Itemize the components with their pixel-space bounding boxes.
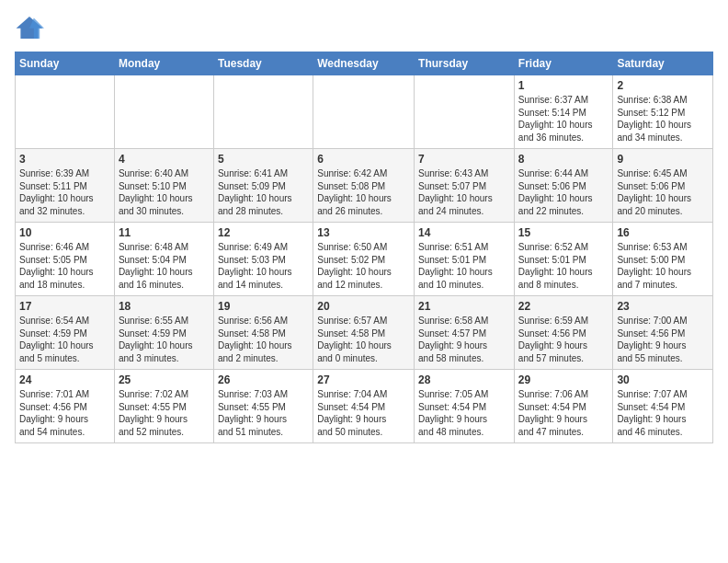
day-info: Sunrise: 6:56 AM Sunset: 4:58 PM Dayligh… bbox=[218, 315, 309, 364]
calendar-cell: 15Sunrise: 6:52 AM Sunset: 5:01 PM Dayli… bbox=[514, 223, 613, 296]
day-number: 6 bbox=[317, 153, 410, 166]
calendar-cell bbox=[16, 75, 115, 149]
day-info: Sunrise: 6:40 AM Sunset: 5:10 PM Dayligh… bbox=[119, 167, 210, 217]
day-number: 17 bbox=[19, 300, 110, 313]
day-info: Sunrise: 6:51 AM Sunset: 5:01 PM Dayligh… bbox=[418, 241, 510, 291]
day-info: Sunrise: 6:38 AM Sunset: 5:12 PM Dayligh… bbox=[617, 94, 709, 144]
day-info: Sunrise: 7:00 AM Sunset: 4:56 PM Dayligh… bbox=[617, 315, 709, 364]
week-row-4: 24Sunrise: 7:01 AM Sunset: 4:56 PM Dayli… bbox=[16, 370, 713, 443]
header-sunday: Sunday bbox=[16, 52, 115, 75]
calendar-body: 1Sunrise: 6:37 AM Sunset: 5:14 PM Daylig… bbox=[16, 75, 713, 443]
day-number: 28 bbox=[418, 373, 510, 386]
calendar-cell: 5Sunrise: 6:41 AM Sunset: 5:09 PM Daylig… bbox=[213, 149, 313, 223]
day-info: Sunrise: 6:42 AM Sunset: 5:08 PM Dayligh… bbox=[317, 167, 410, 217]
header-thursday: Thursday bbox=[415, 52, 515, 75]
calendar-cell: 4Sunrise: 6:40 AM Sunset: 5:10 PM Daylig… bbox=[114, 149, 213, 223]
day-number: 19 bbox=[218, 300, 309, 313]
header-monday: Monday bbox=[114, 52, 213, 75]
day-info: Sunrise: 6:53 AM Sunset: 5:00 PM Dayligh… bbox=[617, 241, 709, 291]
day-number: 18 bbox=[119, 300, 210, 313]
header-wednesday: Wednesday bbox=[313, 52, 415, 75]
day-number: 5 bbox=[218, 153, 309, 166]
header-saturday: Saturday bbox=[613, 52, 713, 75]
calendar-cell bbox=[213, 75, 313, 149]
calendar-cell: 7Sunrise: 6:43 AM Sunset: 5:07 PM Daylig… bbox=[415, 149, 515, 223]
page-header bbox=[15, 15, 713, 40]
day-info: Sunrise: 7:05 AM Sunset: 4:54 PM Dayligh… bbox=[418, 388, 510, 438]
day-info: Sunrise: 6:49 AM Sunset: 5:03 PM Dayligh… bbox=[218, 241, 309, 291]
day-number: 20 bbox=[317, 300, 410, 313]
day-number: 12 bbox=[218, 226, 309, 239]
day-info: Sunrise: 6:37 AM Sunset: 5:14 PM Dayligh… bbox=[518, 94, 609, 144]
day-info: Sunrise: 6:39 AM Sunset: 5:11 PM Dayligh… bbox=[19, 167, 110, 217]
day-number: 27 bbox=[317, 373, 410, 386]
day-info: Sunrise: 6:44 AM Sunset: 5:06 PM Dayligh… bbox=[518, 167, 609, 217]
day-info: Sunrise: 6:52 AM Sunset: 5:01 PM Dayligh… bbox=[518, 241, 609, 291]
day-number: 8 bbox=[518, 153, 609, 166]
header-tuesday: Tuesday bbox=[213, 52, 313, 75]
day-number: 2 bbox=[617, 79, 709, 92]
day-number: 23 bbox=[617, 300, 709, 313]
calendar-cell: 3Sunrise: 6:39 AM Sunset: 5:11 PM Daylig… bbox=[16, 149, 115, 223]
day-info: Sunrise: 7:04 AM Sunset: 4:54 PM Dayligh… bbox=[317, 388, 410, 438]
week-row-3: 17Sunrise: 6:54 AM Sunset: 4:59 PM Dayli… bbox=[16, 296, 713, 370]
day-info: Sunrise: 6:41 AM Sunset: 5:09 PM Dayligh… bbox=[218, 167, 309, 217]
day-info: Sunrise: 7:07 AM Sunset: 4:54 PM Dayligh… bbox=[617, 388, 709, 438]
day-number: 3 bbox=[19, 153, 110, 166]
header-row: SundayMondayTuesdayWednesdayThursdayFrid… bbox=[16, 52, 713, 75]
calendar-table: SundayMondayTuesdayWednesdayThursdayFrid… bbox=[15, 52, 713, 443]
day-info: Sunrise: 6:58 AM Sunset: 4:57 PM Dayligh… bbox=[418, 315, 510, 364]
calendar-cell: 24Sunrise: 7:01 AM Sunset: 4:56 PM Dayli… bbox=[16, 370, 115, 443]
day-number: 13 bbox=[317, 226, 410, 239]
day-info: Sunrise: 7:02 AM Sunset: 4:55 PM Dayligh… bbox=[119, 388, 210, 438]
calendar-cell: 16Sunrise: 6:53 AM Sunset: 5:00 PM Dayli… bbox=[613, 223, 713, 296]
week-row-0: 1Sunrise: 6:37 AM Sunset: 5:14 PM Daylig… bbox=[16, 75, 713, 149]
day-number: 22 bbox=[518, 300, 609, 313]
day-number: 7 bbox=[418, 153, 510, 166]
day-number: 15 bbox=[518, 226, 609, 239]
calendar-cell: 12Sunrise: 6:49 AM Sunset: 5:03 PM Dayli… bbox=[213, 223, 313, 296]
header-friday: Friday bbox=[514, 52, 613, 75]
day-info: Sunrise: 6:46 AM Sunset: 5:05 PM Dayligh… bbox=[19, 241, 110, 291]
day-info: Sunrise: 7:06 AM Sunset: 4:54 PM Dayligh… bbox=[518, 388, 609, 438]
day-info: Sunrise: 6:48 AM Sunset: 5:04 PM Dayligh… bbox=[119, 241, 210, 291]
logo-icon bbox=[15, 15, 44, 40]
calendar-cell: 13Sunrise: 6:50 AM Sunset: 5:02 PM Dayli… bbox=[313, 223, 415, 296]
calendar-cell: 9Sunrise: 6:45 AM Sunset: 5:06 PM Daylig… bbox=[613, 149, 713, 223]
calendar-cell bbox=[114, 75, 213, 149]
day-number: 11 bbox=[119, 226, 210, 239]
day-info: Sunrise: 6:59 AM Sunset: 4:56 PM Dayligh… bbox=[518, 315, 609, 364]
calendar-cell: 30Sunrise: 7:07 AM Sunset: 4:54 PM Dayli… bbox=[613, 370, 713, 443]
day-number: 26 bbox=[218, 373, 309, 386]
day-info: Sunrise: 6:50 AM Sunset: 5:02 PM Dayligh… bbox=[317, 241, 410, 291]
day-info: Sunrise: 6:57 AM Sunset: 4:58 PM Dayligh… bbox=[317, 315, 410, 364]
day-number: 1 bbox=[518, 79, 609, 92]
calendar-cell: 29Sunrise: 7:06 AM Sunset: 4:54 PM Dayli… bbox=[514, 370, 613, 443]
day-number: 4 bbox=[119, 153, 210, 166]
calendar-cell: 21Sunrise: 6:58 AM Sunset: 4:57 PM Dayli… bbox=[415, 296, 515, 370]
day-info: Sunrise: 7:03 AM Sunset: 4:55 PM Dayligh… bbox=[218, 388, 309, 438]
day-number: 24 bbox=[19, 373, 110, 386]
day-info: Sunrise: 6:54 AM Sunset: 4:59 PM Dayligh… bbox=[19, 315, 110, 364]
calendar-cell: 26Sunrise: 7:03 AM Sunset: 4:55 PM Dayli… bbox=[213, 370, 313, 443]
day-number: 29 bbox=[518, 373, 609, 386]
calendar-cell bbox=[415, 75, 515, 149]
day-info: Sunrise: 6:55 AM Sunset: 4:59 PM Dayligh… bbox=[119, 315, 210, 364]
calendar-cell: 11Sunrise: 6:48 AM Sunset: 5:04 PM Dayli… bbox=[114, 223, 213, 296]
calendar-cell: 20Sunrise: 6:57 AM Sunset: 4:58 PM Dayli… bbox=[313, 296, 415, 370]
day-number: 9 bbox=[617, 153, 709, 166]
day-info: Sunrise: 6:43 AM Sunset: 5:07 PM Dayligh… bbox=[418, 167, 510, 217]
calendar-cell: 18Sunrise: 6:55 AM Sunset: 4:59 PM Dayli… bbox=[114, 296, 213, 370]
calendar-cell: 23Sunrise: 7:00 AM Sunset: 4:56 PM Dayli… bbox=[613, 296, 713, 370]
calendar-cell: 19Sunrise: 6:56 AM Sunset: 4:58 PM Dayli… bbox=[213, 296, 313, 370]
week-row-1: 3Sunrise: 6:39 AM Sunset: 5:11 PM Daylig… bbox=[16, 149, 713, 223]
calendar-cell: 1Sunrise: 6:37 AM Sunset: 5:14 PM Daylig… bbox=[514, 75, 613, 149]
calendar-cell: 25Sunrise: 7:02 AM Sunset: 4:55 PM Dayli… bbox=[114, 370, 213, 443]
day-info: Sunrise: 7:01 AM Sunset: 4:56 PM Dayligh… bbox=[19, 388, 110, 438]
calendar-cell: 22Sunrise: 6:59 AM Sunset: 4:56 PM Dayli… bbox=[514, 296, 613, 370]
calendar-cell: 17Sunrise: 6:54 AM Sunset: 4:59 PM Dayli… bbox=[16, 296, 115, 370]
day-number: 14 bbox=[418, 226, 510, 239]
calendar-cell: 28Sunrise: 7:05 AM Sunset: 4:54 PM Dayli… bbox=[415, 370, 515, 443]
week-row-2: 10Sunrise: 6:46 AM Sunset: 5:05 PM Dayli… bbox=[16, 223, 713, 296]
day-number: 16 bbox=[617, 226, 709, 239]
